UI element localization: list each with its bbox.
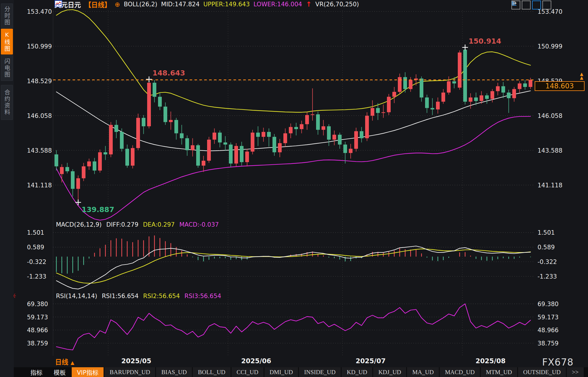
candle-body — [202, 161, 205, 166]
y-axis-label-left: -0.322 — [27, 259, 46, 265]
candle-body — [104, 152, 107, 154]
chart-canvas[interactable]: 153.470153.470150.999150.999148.529148.5… — [0, 0, 588, 367]
candle-body — [490, 91, 494, 99]
candle-body — [240, 146, 244, 162]
candle-body — [185, 138, 189, 150]
tab-BARUPDN_UD[interactable]: BARUPDN_UD — [104, 367, 155, 377]
tab-BIAS_UD[interactable]: BIAS_UD — [156, 367, 192, 377]
candle-body — [512, 89, 516, 98]
y-axis-label-left: 148.529 — [27, 78, 52, 85]
candle-body — [480, 95, 483, 101]
candle-body — [338, 135, 342, 145]
candle-body — [147, 83, 151, 126]
candle-body — [256, 133, 260, 137]
y-axis-label-left: 0.589 — [27, 244, 44, 251]
tab-MACD_UD[interactable]: MACD_UD — [440, 367, 480, 377]
candle-body — [311, 114, 314, 115]
sidebar-item-lightning-chart[interactable]: 闪电图 — [1, 55, 13, 81]
boll-upper-value: UPPER:149.643 — [203, 1, 250, 8]
candle-body — [136, 118, 140, 148]
candle-body — [365, 116, 369, 138]
tab-KD_UD[interactable]: KD_UD — [342, 367, 372, 377]
candle-body — [349, 149, 353, 153]
sidebar-item-time-chart[interactable]: 分时图 — [1, 3, 13, 28]
tab-OUTSIDE_UD[interactable]: OUTSIDE_UD — [518, 367, 566, 377]
tab-DMI_UD[interactable]: DMI_UD — [264, 367, 298, 377]
chart-thumbnail-icon[interactable] — [54, 0, 62, 7]
candle-body — [76, 178, 80, 189]
tab->>[interactable]: >> — [567, 367, 584, 377]
candle-body — [387, 97, 391, 112]
candle-body — [218, 133, 222, 142]
add-indicator-icon[interactable]: ⊕ — [115, 1, 120, 8]
macd-dea-value: DEA:0.297 — [143, 221, 175, 228]
x-axis-month-label: 2025/08 — [476, 357, 505, 365]
y-axis-label-left: 141.118 — [27, 182, 52, 189]
candle-body — [360, 131, 363, 138]
tab-INSIDE_UD[interactable]: INSIDE_UD — [299, 367, 341, 377]
tab-KDJ_UD[interactable]: KDJ_UD — [373, 367, 406, 377]
y-axis-label-left: 1.501 — [27, 229, 44, 236]
candle-body — [496, 86, 500, 91]
candle-body — [93, 162, 96, 171]
tab-VIP指标[interactable]: VIP指标 — [72, 367, 104, 377]
macd-value: MACD:-0.037 — [179, 221, 219, 228]
candle-body — [158, 97, 162, 106]
candle-body — [278, 143, 282, 152]
tab-MTM_UD[interactable]: MTM_UD — [481, 367, 517, 377]
candle-body — [163, 107, 167, 122]
candle-body — [332, 135, 336, 140]
candle-body — [120, 132, 124, 149]
indicator-tab-bar: 指标模板VIP指标BARUPDN_UDBIAS_UDBOLL_UDCCI_UDD… — [14, 367, 588, 377]
tab-CCI_UD[interactable]: CCI_UD — [231, 367, 264, 377]
sidebar-item-kline-chart[interactable]: K线图 — [1, 29, 13, 55]
candle-body — [114, 125, 118, 132]
candle-body — [229, 145, 233, 164]
candle-body — [294, 127, 298, 129]
price-up-arrows-icon: ▲ ▲ — [580, 72, 583, 80]
auto-scroll-tool-button[interactable] — [532, 1, 541, 9]
tab-指标[interactable]: 指标 — [25, 367, 48, 377]
sidebar-item-contract-info[interactable]: 合约资料 — [1, 85, 13, 120]
candle-body — [272, 137, 276, 152]
y-axis-label-left: 48.966 — [27, 327, 48, 334]
candle-body — [142, 118, 145, 126]
timeframe-dropdown-icon: ▲ — [71, 360, 74, 366]
chart-toolbar — [511, 1, 551, 9]
current-price-value: 148.603 — [545, 82, 574, 90]
candle-body — [267, 132, 271, 137]
macd-header: MACD(26,12,9) DIFF:0.279 DEA:0.297 MACD:… — [56, 221, 219, 228]
candle-body — [518, 83, 521, 89]
tab-模板[interactable]: 模板 — [48, 367, 71, 377]
trading-app: 153.470153.470150.999150.999148.529148.5… — [0, 0, 588, 377]
candle-body — [316, 114, 320, 130]
candle-body — [262, 132, 265, 137]
candle-body — [169, 120, 173, 122]
candle-body — [403, 77, 407, 89]
candle-body — [174, 120, 178, 133]
candle-body — [458, 53, 462, 88]
sidebar-item-label: 闪电图 — [3, 58, 11, 78]
candle-body — [125, 149, 129, 166]
current-price-box: 148.603 — [535, 81, 585, 91]
y-axis-label-right: -1.233 — [538, 273, 557, 280]
y-axis-label-right: 0.589 — [538, 244, 555, 251]
candle-body — [409, 80, 412, 89]
candle-body — [501, 86, 505, 93]
candle-body — [392, 92, 396, 97]
x-axis-month-label: 2025/05 — [121, 357, 151, 365]
tab-MA_UD[interactable]: MA_UD — [407, 367, 439, 377]
tab-BOLL_UD[interactable]: BOLL_UD — [193, 367, 231, 377]
period-tag: 【日线】 — [85, 0, 111, 9]
boll-params: BOLL(26,2) — [124, 1, 157, 8]
y-axis-label-right: 146.058 — [538, 112, 562, 119]
y-axis-label-left: 38.759 — [27, 340, 48, 347]
last-price-tool-button[interactable] — [542, 1, 551, 9]
candle-body — [436, 102, 440, 109]
bar-scale-tool-button[interactable] — [522, 1, 531, 9]
timeframe-selector[interactable]: 日线 ▲ — [55, 357, 74, 366]
candle-body — [469, 98, 472, 102]
y-axis-label-left: 59.173 — [27, 314, 48, 321]
x-axis-month-label: 2025/06 — [241, 357, 271, 365]
candle-body — [65, 167, 69, 171]
